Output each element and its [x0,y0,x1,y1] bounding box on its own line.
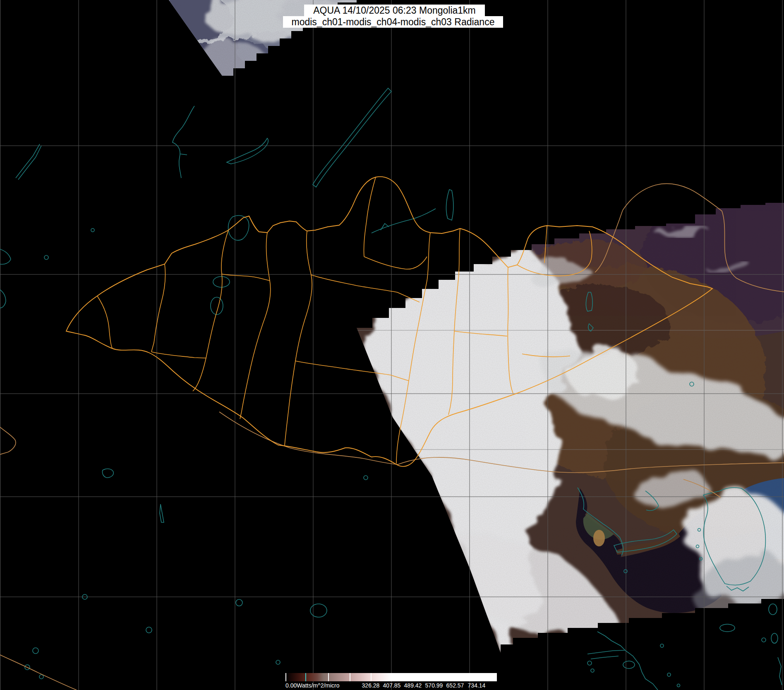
title-line2: modis_ch01-modis_ch04-modis_ch03 Radianc… [283,16,503,28]
colorbar-tick [412,673,413,681]
colorbar-tick [475,673,476,681]
colorbar-tick-label: 570.99 [425,682,443,689]
colorbar-tick [433,673,434,681]
colorbar-unit-label: 0.00Watts/m^2/micro [285,682,340,689]
colorbar-tick [371,673,372,681]
colorbar-tick-label: 734.14 [468,682,486,689]
colorbar-tick [350,673,350,681]
map-canvas [0,0,784,690]
colorbar-tick [328,673,329,681]
title-line2-text: modis_ch01-modis_ch04-modis_ch03 Radianc… [292,17,495,27]
colorbar-tick-label: 652.57 [446,682,464,689]
colorbar-current-value-marker [305,673,306,681]
colorbar-tick-label: 489.42 [404,682,422,689]
colorbar-tick-label: 407.85 [383,682,401,689]
colorbar-tick-label: 326.28 [362,682,380,689]
colorbar: 0.00Watts/m^2/micro 326.28 407.85 489.42… [285,673,497,690]
colorbar-tick [496,673,497,681]
colorbar-tick [455,673,456,681]
satellite-map-view: AQUA 14/10/2025 06:23 Mongolia1km modis_… [0,0,784,690]
colorbar-tick [285,673,286,681]
title-line1-text: AQUA 14/10/2025 06:23 Mongolia1km [313,5,476,16]
title-line1: AQUA 14/10/2025 06:23 Mongolia1km [304,5,485,16]
colorbar-tick [391,673,392,681]
